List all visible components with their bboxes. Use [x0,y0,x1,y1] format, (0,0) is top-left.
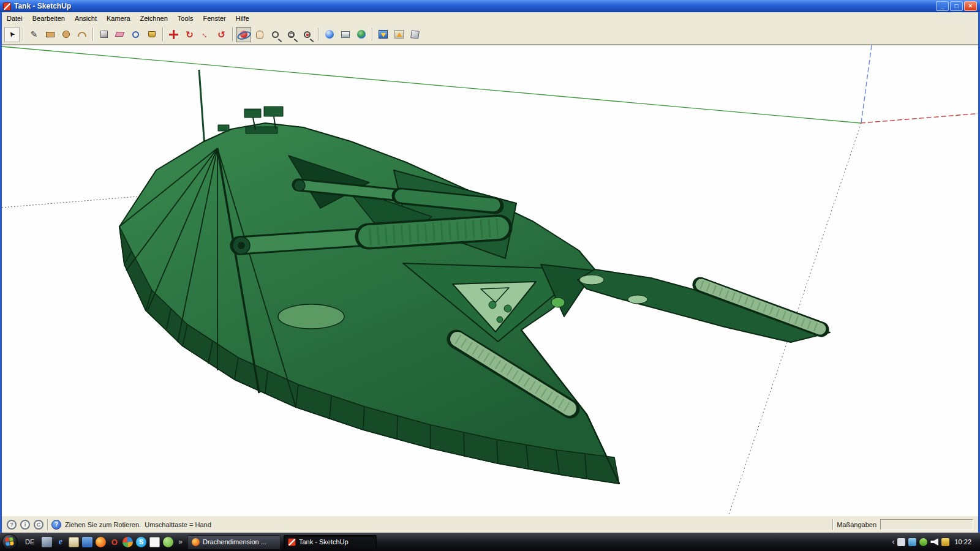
task-title-active: Tank - SketchUp [299,538,349,545]
toolbar-separator [232,28,233,41]
quick-launch-overflow[interactable]: » [176,538,184,546]
desktop: Tank - SketchUp _ □ × Datei Bearbeiten A… [0,0,980,551]
tank-hatch-hole-2 [504,305,511,312]
orbit-tool-button[interactable] [236,27,251,42]
green-axis [2,47,861,123]
line-tool-button[interactable]: ✎ [26,27,42,42]
minimize-button[interactable]: _ [936,1,949,11]
display-settings-icon[interactable] [908,538,916,546]
internet-explorer-icon[interactable]: e [55,537,66,547]
tank-sensor-box-3[interactable] [218,125,229,131]
zoom-extents-icon [304,31,311,38]
status-message: Ziehen Sie zum Rotieren. Umschalttaste =… [65,521,211,528]
place-model-icon [394,30,404,39]
status-bar: ? i C ? Ziehen Sie zum Rotieren. Umschal… [2,515,978,533]
firefox-icon[interactable] [96,537,106,547]
menu-bearbeiten[interactable]: Bearbeiten [28,13,70,24]
menu-ansicht[interactable]: Ansicht [70,13,102,24]
menu-fenster[interactable]: Fenster [198,13,230,24]
browser-icon[interactable] [82,537,92,547]
menu-zeichnen[interactable]: Zeichnen [135,13,173,24]
window-controls: _ □ × [936,1,977,11]
menu-tools[interactable]: Tools [173,13,198,24]
rotate-tool-button[interactable]: ↻ [182,27,197,42]
volume-icon[interactable] [930,538,938,546]
show-desktop-icon[interactable] [42,537,52,547]
arc-icon [78,32,86,37]
paint-bucket-tool-button[interactable] [144,27,159,42]
scale-tool-button[interactable]: ↔ [198,27,213,42]
tank-mast-base[interactable] [246,127,277,133]
system-tray: ‹ 10:22 [892,538,978,546]
sketchup-scene[interactable] [2,45,978,515]
toolbar-separator [92,28,93,41]
task-title: Drachendimension ... [203,538,266,545]
tank-antenna[interactable] [199,70,205,146]
taskbar-window-drachendimension[interactable]: Drachendimension ... [187,535,281,549]
start-button[interactable] [2,534,18,550]
zoom-tool-button[interactable] [268,27,283,42]
circle-tool-button[interactable] [58,27,74,42]
zoom-window-tool-button[interactable] [284,27,299,42]
tank-deck-vent [579,275,604,285]
mail-icon[interactable] [69,537,79,547]
status-icon-c[interactable]: C [34,520,43,530]
zoom-extents-tool-button[interactable] [300,27,315,42]
tank-sensor-box-2[interactable] [264,107,283,116]
menu-datei[interactable]: Datei [2,13,28,24]
tape-measure-tool-button[interactable] [128,27,143,42]
toolbar-separator [318,28,318,41]
pan-hand-icon [256,31,263,39]
language-indicator[interactable]: DE [21,537,39,547]
section-plane-button[interactable] [407,27,423,42]
menu-hilfe[interactable]: Hilfe [231,13,254,24]
safely-remove-icon[interactable] [897,538,905,546]
arc-tool-button[interactable] [74,27,89,42]
antivirus-icon[interactable] [919,538,927,546]
help-icon[interactable]: ? [51,520,61,530]
tank-hatch-hole [489,301,496,309]
tank-deck-hatch[interactable] [278,304,344,329]
messenger-icon[interactable] [163,537,173,547]
select-tool-button[interactable]: ➤ [4,27,20,42]
offset-tool-button[interactable]: ↺ [214,27,229,42]
taskbar-window-sketchup[interactable]: Tank - SketchUp [284,535,377,549]
standard-views-icon [341,31,350,38]
previous-view-icon [325,30,334,39]
maximize-button[interactable]: □ [950,1,963,11]
select-icon: ➤ [7,29,17,39]
pan-tool-button[interactable] [252,27,267,42]
media-player-icon[interactable] [123,537,133,547]
update-icon[interactable] [941,538,949,546]
offset-icon: ↺ [217,30,225,39]
skype-icon[interactable]: S [136,537,146,547]
3d-viewport[interactable] [2,45,978,515]
status-icon-b[interactable]: i [20,520,30,530]
title-bar[interactable]: Tank - SketchUp _ □ × [0,0,980,12]
get-current-view-button[interactable] [375,27,391,42]
tank-barrel-upper-sleeve[interactable] [401,196,494,205]
eraser-icon [115,32,125,37]
rectangle-icon [46,32,55,37]
tray-collapse-icon[interactable]: ‹ [892,538,894,546]
pushpull-tool-button[interactable] [96,27,111,42]
place-model-button[interactable] [391,27,407,42]
close-button[interactable]: × [964,1,977,11]
measurements-input[interactable] [880,519,973,530]
document-icon[interactable] [149,537,160,547]
move-tool-button[interactable] [166,27,181,42]
status-icon-a[interactable]: ? [7,520,17,530]
pushpull-icon [100,31,108,38]
standard-views-button[interactable] [337,27,353,42]
red-axis [861,113,978,123]
tank-sensor-box[interactable] [244,109,261,118]
google-earth-button[interactable] [353,27,369,42]
sketchup-task-icon [288,538,296,546]
eraser-tool-button[interactable] [112,27,127,42]
rectangle-tool-button[interactable] [42,27,58,42]
previous-view-button[interactable] [322,27,337,42]
menu-kamera[interactable]: Kamera [102,13,135,24]
tank-model[interactable] [119,70,830,484]
tank-deck-vent-2 [628,295,647,304]
opera-icon[interactable]: O [109,537,119,547]
